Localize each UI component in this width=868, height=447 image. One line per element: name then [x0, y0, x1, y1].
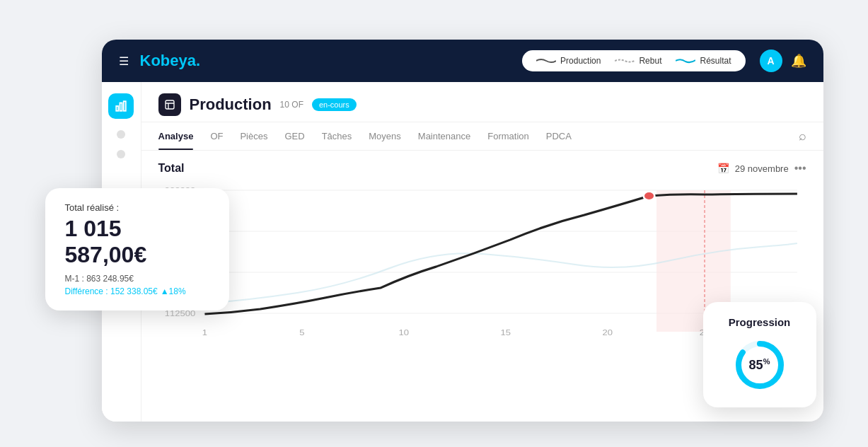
chart-title: Total: [158, 162, 185, 175]
legend-resultat: Résultat: [676, 56, 731, 66]
svg-text:10: 10: [398, 329, 409, 337]
svg-rect-3: [166, 100, 174, 109]
chart-controls: 📅 29 novembre •••: [717, 162, 806, 175]
sidebar-icon-chart[interactable]: [108, 93, 134, 119]
legend-rebut-label: Rebut: [639, 56, 661, 66]
tab-pieces[interactable]: Pièces: [240, 122, 267, 150]
svg-rect-2: [124, 101, 126, 111]
progress-text: 85%: [749, 357, 770, 373]
tab-analyse[interactable]: Analyse: [158, 122, 194, 150]
logo-text: Kobeya: [140, 52, 196, 69]
calendar-icon: 📅: [717, 163, 729, 174]
page-title-bar: Production 10 OF en-cours: [141, 82, 823, 122]
sidebar-icon-2[interactable]: [117, 130, 125, 139]
legend-production-label: Production: [560, 56, 601, 66]
tab-maintenance[interactable]: Maintenance: [418, 122, 470, 150]
svg-text:112500: 112500: [164, 310, 195, 318]
svg-rect-1: [120, 103, 122, 111]
svg-point-14: [643, 192, 654, 200]
avatar: A: [760, 50, 782, 72]
tab-pdca[interactable]: PDCA: [546, 122, 572, 150]
more-icon[interactable]: •••: [794, 162, 806, 175]
tab-formation[interactable]: Formation: [487, 122, 529, 150]
progress-value: 85: [749, 358, 763, 372]
progress-unit: %: [763, 357, 770, 366]
svg-text:15: 15: [500, 329, 511, 337]
progress-ring: 85%: [731, 337, 788, 393]
page-title: Production: [190, 95, 272, 114]
of-badge: 10 OF: [280, 100, 303, 110]
logo-dot: .: [196, 52, 200, 69]
production-line-icon: [536, 57, 556, 64]
resultat-line-icon: [676, 57, 695, 64]
tab-of[interactable]: OF: [210, 122, 223, 150]
logo: Kobeya.: [140, 52, 201, 70]
menu-icon[interactable]: ☰: [119, 54, 129, 68]
card-total: Total réalisé : 1 015 587,00€ M-1 : 863 …: [45, 188, 229, 310]
card-progress-title: Progression: [729, 316, 791, 328]
header-right: A 🔔: [760, 50, 806, 72]
tab-moyens[interactable]: Moyens: [369, 122, 401, 150]
svg-text:1: 1: [202, 329, 207, 337]
legend-resultat-label: Résultat: [700, 56, 731, 66]
sidebar-icon-3[interactable]: [117, 150, 125, 158]
svg-text:5: 5: [299, 329, 304, 337]
tab-taches[interactable]: Tâches: [322, 122, 352, 150]
card-total-value: 1 015 587,00€: [65, 216, 209, 268]
legend-production: Production: [536, 56, 601, 66]
bell-icon[interactable]: 🔔: [791, 53, 806, 69]
search-icon[interactable]: ⌕: [799, 129, 806, 144]
diff-pct: ▲18%: [161, 286, 186, 296]
status-badge[interactable]: en-cours: [312, 98, 357, 111]
legend-rebut: Rebut: [615, 56, 661, 66]
diff-label: Différence : 152 338.05€: [65, 286, 158, 296]
card-total-diff: Différence : 152 338.05€ ▲18%: [65, 286, 209, 296]
tab-ged[interactable]: GED: [284, 122, 304, 150]
svg-rect-0: [116, 106, 118, 111]
header: ☰ Kobeya. Production Rebut Résultat: [102, 40, 823, 82]
page-icon: [158, 93, 181, 116]
svg-text:20: 20: [602, 329, 613, 337]
legend-bar: Production Rebut Résultat: [522, 50, 745, 71]
tabs: Analyse OF Pièces GED Tâches Moyens Main…: [141, 122, 823, 151]
rebut-line-icon: [615, 57, 635, 64]
card-total-label: Total réalisé :: [65, 202, 209, 213]
chart-date: 29 novembre: [735, 163, 789, 174]
chart-header: Total 📅 29 novembre •••: [158, 162, 806, 175]
card-total-prev: M-1 : 863 248.95€: [65, 274, 209, 284]
card-progress: Progression 85%: [703, 302, 816, 407]
